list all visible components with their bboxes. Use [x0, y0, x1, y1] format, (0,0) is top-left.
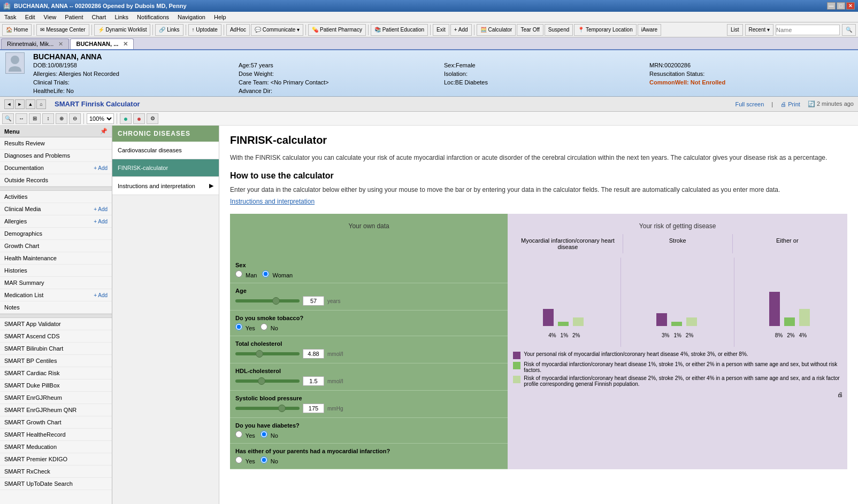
sidebar-item-notes[interactable]: Notes	[0, 301, 112, 314]
age-slider[interactable]	[235, 299, 300, 303]
nav-home-btn[interactable]: ⌂	[36, 99, 46, 109]
chronic-item-finrisk[interactable]: FINRISK-calculator	[112, 159, 219, 177]
home-btn[interactable]: 🏠 Home	[2, 24, 32, 36]
suspend-btn[interactable]: Suspend	[545, 24, 573, 36]
sidebar-item-health-maintenance[interactable]: Health Maintenance	[0, 252, 112, 265]
sidebar-item-medication-list[interactable]: Medication List + Add	[0, 289, 112, 301]
cholesterol-slider[interactable]	[235, 352, 300, 355]
sex-man-option[interactable]: Man	[235, 270, 257, 278]
sex-woman-radio[interactable]	[262, 270, 269, 277]
sidebar-item-smart-premier-kdigo[interactable]: SMART Premier KDIGO	[0, 453, 112, 466]
maximize-btn[interactable]: □	[837, 2, 845, 10]
nav-forward-btn[interactable]: ►	[15, 99, 25, 109]
menu-task[interactable]: Task	[0, 13, 21, 21]
adhoc-btn[interactable]: AdHoc	[226, 24, 250, 36]
menu-edit[interactable]: Edit	[21, 13, 40, 21]
sidebar-item-results-review[interactable]: Results Review	[0, 137, 112, 150]
menu-navigation[interactable]: Navigation	[173, 13, 210, 21]
temp-location-btn[interactable]: 📍 Temporary Location	[574, 24, 636, 36]
minimize-btn[interactable]: —	[827, 2, 836, 10]
tear-off-btn[interactable]: Tear Off	[517, 24, 543, 36]
exit-btn[interactable]: Exit	[433, 24, 449, 36]
menu-view[interactable]: View	[40, 13, 61, 21]
smoke-yes-radio[interactable]	[235, 323, 242, 330]
menu-notifications[interactable]: Notifications	[133, 13, 173, 21]
sidebar-item-smart-meducation[interactable]: SMART Meducation	[0, 441, 112, 453]
sex-woman-option[interactable]: Woman	[262, 270, 293, 278]
clinical-media-add-btn[interactable]: + Add	[94, 206, 108, 212]
smoke-no-radio[interactable]	[261, 323, 267, 330]
sidebar-item-smart-enrgjrheum-qnr[interactable]: SMART EnrGJRheum QNR	[0, 404, 112, 416]
bp-slider[interactable]	[235, 407, 300, 410]
sidebar-item-clinical-media[interactable]: Clinical Media + Add	[0, 203, 112, 215]
sidebar-item-smart-app-validator[interactable]: SMART App Validator	[0, 318, 112, 330]
patient-pharmacy-btn[interactable]: 💊 Patient Pharmacy	[308, 24, 366, 36]
sidebar-item-activities[interactable]: Activities	[0, 191, 112, 203]
parents-mi-yes-radio[interactable]	[235, 456, 242, 463]
zoom-selector[interactable]: 100% 75% 50% 125% 150%	[87, 113, 114, 124]
nav-up-btn[interactable]: ▲	[26, 99, 35, 109]
sidebar-item-histories[interactable]: Histories	[0, 265, 112, 277]
dynamic-worklist-btn[interactable]: ⚡ Dynamic Worklist	[94, 24, 151, 36]
zoom-fit-page-btn[interactable]: ⊞	[29, 113, 41, 124]
menu-patient[interactable]: Patient	[60, 13, 87, 21]
chronic-item-instructions[interactable]: Instructions and interpretation ▶	[112, 177, 219, 195]
smoke-no-option[interactable]: No	[261, 323, 278, 331]
parents-mi-yes-option[interactable]: Yes	[235, 456, 255, 464]
print-btn[interactable]: 🖨 Print	[776, 100, 805, 108]
sidebar-item-smart-healtherecord[interactable]: SMART HealtheRecord	[0, 429, 112, 441]
smoke-yes-option[interactable]: Yes	[235, 323, 255, 331]
tab-close-rinnetmaki[interactable]: ✕	[58, 41, 63, 47]
allergies-add-btn[interactable]: + Add	[94, 219, 108, 224]
zoom-in-small-btn[interactable]: ⊕	[56, 113, 67, 124]
sidebar-item-smart-uptodate-search[interactable]: SMART UpToDate Search	[0, 478, 112, 490]
bp-value-input[interactable]	[303, 404, 324, 413]
message-center-btn[interactable]: ✉ Message Center	[36, 24, 89, 36]
sex-man-radio[interactable]	[235, 270, 242, 277]
zoom-fit-height-btn[interactable]: ↕	[42, 113, 54, 124]
calculator-btn[interactable]: 🧮 Calculator	[477, 24, 516, 36]
sidebar-item-growth-chart[interactable]: Growth Chart	[0, 240, 112, 252]
diabetes-yes-radio[interactable]	[235, 431, 242, 438]
tab-buchanan[interactable]: BUCHANAN, ... ✕	[70, 38, 134, 49]
parents-mi-no-option[interactable]: No	[261, 456, 278, 464]
print-icon[interactable]: 🖨	[837, 391, 843, 398]
sidebar-pin-icon[interactable]: 📌	[100, 128, 108, 135]
patient-education-btn[interactable]: 📚 Patient Education	[371, 24, 428, 36]
zoom-out-icon[interactable]: 🔍	[2, 113, 14, 124]
sidebar-item-diagnoses[interactable]: Diagnoses and Problems	[0, 150, 112, 162]
links-btn[interactable]: 🔗 Links	[155, 24, 183, 36]
sidebar-item-smart-rxcheck[interactable]: SMART RxCheck	[0, 466, 112, 478]
menu-links[interactable]: Links	[110, 13, 133, 21]
red-circle-btn[interactable]: ●	[133, 113, 145, 124]
green-circle-btn[interactable]: ●	[120, 113, 132, 124]
age-value-input[interactable]	[303, 296, 324, 306]
uptodate-btn[interactable]: ↑ Uptodate	[188, 24, 221, 36]
cholesterol-value-input[interactable]	[303, 349, 324, 359]
sidebar-item-allergies[interactable]: Allergies + Add	[0, 215, 112, 228]
hdl-value-input[interactable]	[303, 376, 324, 386]
parents-mi-no-radio[interactable]	[261, 456, 267, 463]
sidebar-item-smart-ascend-cds[interactable]: SMART Ascend CDS	[0, 330, 112, 343]
tab-rinnetmaki[interactable]: Rinnetmaki, Mik... ✕	[1, 38, 69, 49]
settings-icon[interactable]: ⚙	[147, 113, 158, 124]
diabetes-no-radio[interactable]	[261, 431, 267, 438]
diabetes-no-option[interactable]: No	[261, 431, 278, 439]
sidebar-item-smart-enrgjrheum[interactable]: SMART EnrGJRheum	[0, 392, 112, 404]
iaware-btn[interactable]: iAware	[638, 24, 661, 36]
medication-list-add-btn[interactable]: + Add	[94, 292, 108, 298]
sidebar-item-smart-growth-chart[interactable]: SMART Growth Chart	[0, 416, 112, 429]
sidebar-scroll-area[interactable]: Results Review Diagnoses and Problems Do…	[0, 137, 112, 504]
nav-back-btn[interactable]: ◄	[4, 99, 14, 109]
sidebar-item-smart-duke-pillbox[interactable]: SMART Duke PillBox	[0, 379, 112, 392]
sidebar-item-smart-bp-centiles[interactable]: SMART BP Centiles	[0, 355, 112, 367]
menu-chart[interactable]: Chart	[88, 13, 111, 21]
sidebar-item-smart-cardiac-risk[interactable]: SMART Cardiac Risk	[0, 367, 112, 379]
zoom-out-small-btn[interactable]: ⊖	[69, 113, 81, 124]
sidebar-item-outside-records[interactable]: Outside Records	[0, 174, 112, 187]
hdl-slider[interactable]	[235, 379, 300, 383]
search-btn[interactable]: 🔍	[842, 24, 856, 36]
fullscreen-btn[interactable]: Full screen	[731, 100, 768, 108]
recent-btn[interactable]: Recent ▾	[745, 24, 773, 36]
add-btn[interactable]: + Add	[450, 24, 472, 36]
